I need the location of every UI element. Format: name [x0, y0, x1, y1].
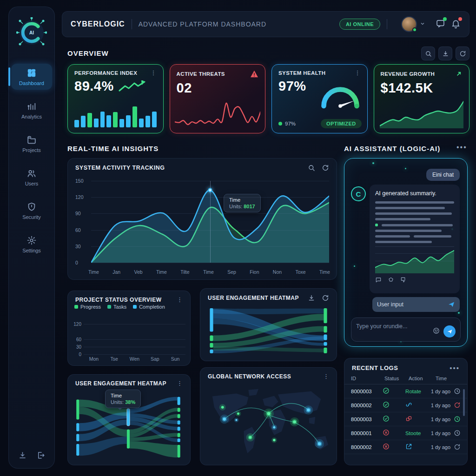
performance-bar [94, 119, 99, 127]
kebab-menu-icon[interactable]: ⋮ [177, 381, 183, 386]
send-button[interactable] [443, 325, 456, 337]
refresh-icon[interactable] [322, 294, 329, 302]
ai-mini-chart [375, 246, 454, 273]
thumbs-down-icon[interactable] [400, 277, 407, 283]
logs-column-header[interactable]: Action [409, 376, 436, 381]
performance-bar [145, 116, 150, 127]
activity-toolbar [308, 164, 329, 172]
log-id: 8000003 [351, 389, 383, 394]
revenue-area-chart [380, 98, 464, 128]
paper-plane-icon [447, 329, 453, 335]
emoji-icon[interactable] [433, 327, 440, 336]
app-logo[interactable]: AI [16, 17, 47, 48]
sidebar-item-dashboard[interactable]: Dashboard [11, 64, 52, 90]
sidebar-item-label: Security [22, 214, 41, 220]
revenue-value: $142.5K [381, 80, 433, 96]
sidebar-item-users[interactable]: Users [11, 164, 52, 190]
table-row[interactable]: 8000001Stoote1 dy ago [344, 426, 467, 440]
clock-icon[interactable] [454, 416, 461, 423]
logs-column-header[interactable]: Time [436, 376, 460, 381]
download-icon[interactable] [18, 451, 27, 460]
table-row[interactable]: 80000021 dy ago [344, 398, 467, 412]
card-title: PERFORMANCE INDEX [74, 70, 137, 76]
logs-column-header[interactable]: Status [384, 376, 409, 381]
refresh-icon[interactable] [454, 443, 461, 450]
search-icon-button[interactable] [421, 46, 435, 60]
sidebar-item-projects[interactable]: Projects [11, 131, 52, 157]
refresh-icon[interactable] [322, 164, 329, 172]
refresh-icon-button[interactable] [456, 46, 469, 60]
sidebar-item-security[interactable]: Security [11, 198, 52, 224]
global-network-card: GLOBAL NETWORK ACCESS ⋮ [200, 367, 337, 465]
log-id: 8000001 [351, 430, 383, 436]
activity-title: SYSTEM ACTIVITY TRACKING [75, 165, 165, 171]
sankey-diagram[interactable] [205, 305, 332, 356]
activity-x-axis: TimeJanVebTimeTilteTimeSepFionNonToxeTim… [88, 269, 330, 275]
x-tick-label: Jan [112, 269, 120, 275]
chevron-down-icon[interactable] [420, 20, 425, 28]
search-icon[interactable] [308, 164, 315, 172]
ellipsis-menu-icon[interactable]: ••• [456, 143, 467, 152]
download-icon[interactable] [308, 294, 315, 302]
sidebar-item-label: Users [25, 181, 39, 186]
recent-logs-card: RECENT LOGS ••• IDStatusActionTime 80000… [344, 358, 468, 465]
health-value: 97% [278, 79, 306, 94]
activity-chart[interactable]: Time Units: 8017 1501209060300 [75, 181, 329, 263]
performance-index-card[interactable]: PERFORMANCE INDEX ⋮ 89.4% [67, 64, 164, 133]
active-threats-card[interactable]: ACTIVE THREATS 02 [170, 64, 266, 133]
log-id: 8000002 [351, 444, 383, 450]
kebab-menu-icon[interactable]: ⋮ [151, 71, 157, 75]
logout-icon[interactable] [36, 451, 45, 460]
engagement-heatmap-card-bottom: USER ENGAGEMENT HEATMAP ⋮ Time Units: 38… [67, 374, 191, 465]
download-icon-button[interactable] [438, 46, 452, 60]
network-title: GLOBAL NETWORK ACCESS [208, 373, 291, 380]
kpi-cards-row: PERFORMANCE INDEX ⋮ 89.4% ACTIVE THREATS… [67, 64, 469, 133]
project-bar-chart[interactable]: 12060300MonTseWenSapSun [84, 322, 185, 354]
refresh-icon[interactable] [454, 402, 461, 409]
table-row[interactable]: 8000003Rotate1 dy ago [344, 384, 467, 398]
shape-icon[interactable] [388, 277, 394, 283]
x-tick-label: Wen [130, 356, 139, 362]
chat-icon[interactable] [436, 19, 445, 30]
link-icon [405, 401, 412, 408]
insights-section-title: REAL-TIME AI INSIGHTS [67, 145, 159, 152]
legend-item: Tasks [107, 304, 126, 310]
chat-badge [443, 17, 447, 21]
sidebar-item-settings[interactable]: Settings [11, 231, 52, 257]
chat-bubble-icon[interactable] [375, 277, 382, 283]
user-input-bubble[interactable]: User input [372, 297, 460, 312]
scrollbar[interactable] [463, 389, 465, 416]
logs-column-header[interactable]: ID [351, 376, 384, 381]
revenue-growth-card[interactable]: REVENUE GROWTH $142.5K [374, 64, 470, 133]
performance-bar [119, 119, 124, 127]
kebab-menu-icon[interactable]: ⋮ [323, 374, 329, 379]
sidebar-item-label: Projects [22, 147, 41, 153]
x-tick-label: Non [273, 269, 282, 275]
ai-chat-chip[interactable]: Eini chat [426, 169, 460, 181]
bell-icon[interactable] [451, 19, 461, 30]
svg-text:AI: AI [29, 30, 34, 35]
kebab-menu-icon[interactable]: ⋮ [355, 71, 361, 75]
world-map[interactable] [204, 383, 333, 461]
ai-chat-input[interactable] [356, 323, 426, 330]
sidebar-item-label: Dashboard [19, 80, 44, 86]
logo-icon: AI [16, 17, 47, 48]
clock-icon[interactable] [454, 430, 461, 436]
y-tick-label: 60 [75, 227, 81, 233]
warning-icon [250, 70, 258, 78]
y-tick-label: 0 [79, 352, 81, 357]
health-gauge [318, 80, 363, 110]
ellipsis-menu-icon[interactable]: ••• [450, 364, 460, 372]
avatar[interactable] [401, 16, 417, 32]
kebab-menu-icon[interactable]: ⋮ [177, 298, 183, 302]
clock-icon[interactable] [454, 388, 461, 395]
y-tick-label: 30 [76, 344, 81, 349]
x-tick-label: Time [156, 269, 167, 275]
log-id: 8000002 [351, 403, 383, 408]
legend-item: Progress [74, 304, 101, 310]
table-row[interactable]: 80000021 dy ago [344, 440, 467, 454]
table-row[interactable]: 80000031 dy ago [344, 412, 467, 426]
sidebar-item-analytics[interactable]: Analytics [11, 97, 52, 123]
x-tick-label: Fion [250, 269, 259, 275]
system-health-card[interactable]: SYSTEM HEALTH ⋮ 97% 97% OPTIMIZED [271, 64, 368, 133]
